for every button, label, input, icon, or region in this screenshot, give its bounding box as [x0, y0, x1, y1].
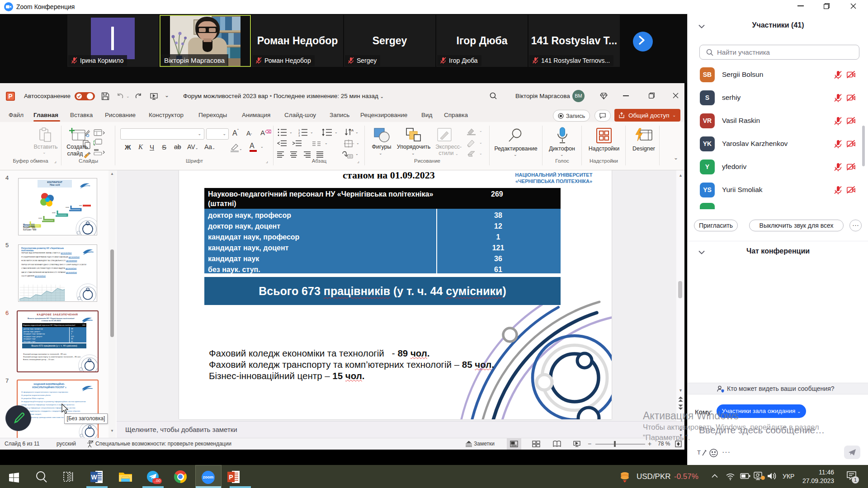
svg-text:P: P [8, 93, 12, 100]
svg-text:***: *** [79, 205, 82, 207]
svg-text:А: А [351, 128, 354, 132]
svg-text:****: **** [38, 217, 42, 220]
svg-text:****: **** [66, 206, 69, 209]
svg-text:⌄: ⌄ [239, 147, 241, 151]
svg-text:P: P [229, 474, 233, 481]
svg-text:T: T [697, 449, 701, 456]
svg-text:****: **** [52, 212, 56, 215]
svg-text:W: W [91, 474, 97, 481]
svg-text:3: 3 [298, 134, 300, 136]
